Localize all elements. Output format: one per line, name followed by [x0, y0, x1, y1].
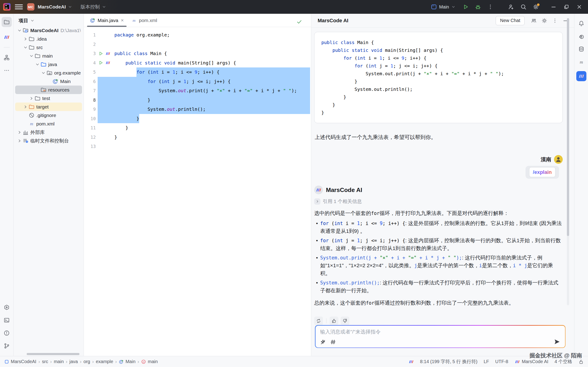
- settings-button[interactable]: [531, 2, 541, 12]
- tool-database-button[interactable]: [576, 44, 586, 54]
- main-menu-button[interactable]: [14, 2, 24, 12]
- tree-item-.gitignore[interactable]: .gitignore: [15, 111, 82, 119]
- tree-item-src[interactable]: src: [15, 43, 82, 52]
- marscode-icon[interactable]: [105, 51, 111, 56]
- token: 9: [195, 69, 197, 75]
- tree-item-MarsCodeAI[interactable]: MarsCodeAID:\Java1\Ma: [15, 26, 82, 35]
- folder-icon: [35, 95, 41, 101]
- code-line-13: 13: [84, 142, 311, 151]
- more-v-sm-button[interactable]: [550, 16, 560, 25]
- collaborate-button[interactable]: [506, 2, 516, 12]
- tree-chevron[interactable]: [17, 138, 23, 143]
- tool-project-button[interactable]: [2, 17, 12, 27]
- tree-item-org.example[interactable]: org.example: [15, 69, 82, 77]
- tree-item-main[interactable]: main: [15, 52, 82, 60]
- tree-chevron[interactable]: [35, 62, 40, 67]
- status-UTF-8[interactable]: UTF-8: [495, 359, 508, 364]
- breadcrumb-item-src[interactable]: src: [42, 359, 48, 364]
- status-bar: MarsCodeAI›src›main›java›org›example›Mai…: [0, 356, 588, 367]
- tree-item-Main[interactable]: Main: [15, 77, 82, 85]
- debug-button[interactable]: [473, 2, 483, 12]
- minimize-button[interactable]: [547, 2, 560, 12]
- more-v-button[interactable]: [485, 2, 496, 12]
- tree-item-[interactable]: 外部库: [15, 128, 82, 136]
- marscode-icon[interactable]: [105, 60, 111, 65]
- inspections-check-icon[interactable]: [296, 19, 302, 25]
- status-4-[interactable]: 4 个空格: [554, 359, 572, 365]
- breadcrumb-item-main[interactable]: mmain: [141, 359, 157, 364]
- maximize-button[interactable]: [560, 2, 573, 12]
- breadcrumb-item-org[interactable]: org: [84, 359, 90, 364]
- run-config-selector[interactable]: Main: [431, 4, 456, 10]
- thumbs-down-button[interactable]: [341, 317, 349, 325]
- tree-chevron[interactable]: [23, 104, 28, 109]
- tool-git-branch-button[interactable]: [2, 341, 12, 351]
- slash-commands-icon[interactable]: [320, 339, 326, 345]
- new-chat-button[interactable]: New Chat: [496, 16, 525, 25]
- breadcrumb-item-example[interactable]: example: [96, 359, 113, 364]
- tool-problems-button[interactable]: [2, 328, 12, 338]
- breadcrumb-item-Main[interactable]: Main: [119, 359, 135, 364]
- tree-chevron[interactable]: [17, 28, 23, 33]
- participants-button[interactable]: [529, 16, 538, 25]
- vcs-widget[interactable]: 版本控制: [81, 4, 106, 10]
- tree-chevron[interactable]: [23, 36, 28, 42]
- tool-ai-spiral-button[interactable]: [576, 31, 586, 41]
- run-button[interactable]: [460, 2, 471, 12]
- code-editor[interactable]: 1package org.example;23public class Main…: [84, 27, 311, 356]
- tree-item-java[interactable]: java: [15, 60, 82, 69]
- project-panel-header[interactable]: 项目: [14, 14, 84, 26]
- tab-close-icon[interactable]: ×: [121, 17, 124, 23]
- status-LF[interactable]: LF: [484, 359, 489, 364]
- tree-chevron[interactable]: [28, 96, 35, 101]
- status-marscode[interactable]: [408, 359, 414, 365]
- status-unlock[interactable]: [578, 359, 584, 365]
- chat-panel-title: MarsCode AI: [318, 18, 348, 24]
- tree-item-label: src: [36, 45, 43, 50]
- tree-item-target[interactable]: target: [15, 102, 82, 111]
- tree-item-resources[interactable]: resources: [15, 85, 82, 94]
- horizontal-scrollbar[interactable]: [27, 353, 79, 355]
- run-icon[interactable]: [98, 60, 103, 65]
- thumbs-up-button[interactable]: [330, 317, 338, 325]
- tool-terminal-button[interactable]: [2, 315, 12, 325]
- breadcrumb-item-java[interactable]: java: [69, 359, 78, 364]
- tree-item-pom.xml[interactable]: mpom.xml: [15, 119, 82, 128]
- tree-chevron[interactable]: [23, 45, 28, 50]
- close-button[interactable]: [573, 2, 586, 12]
- project-switcher[interactable]: MarsCodeAI: [38, 4, 72, 10]
- run-icon[interactable]: [98, 51, 103, 56]
- tool-bell-button[interactable]: [576, 18, 586, 28]
- breadcrumb-item-MarsCodeAI[interactable]: MarsCodeAI: [4, 359, 36, 364]
- search-button[interactable]: [518, 2, 529, 12]
- breadcrumb-item-main[interactable]: main: [54, 359, 64, 364]
- tree-chevron[interactable]: [28, 53, 35, 58]
- tool-services-button[interactable]: [2, 302, 12, 312]
- tree-chevron[interactable]: [40, 70, 46, 75]
- citation-toggle[interactable]: 引用 1 个相关信息: [314, 198, 563, 205]
- project-badge: MC: [27, 3, 35, 10]
- chat-input[interactable]: [320, 328, 561, 338]
- chat-scrollbar-thumb[interactable]: [567, 18, 569, 236]
- tab-pom-xml[interactable]: mpom.xml: [128, 14, 161, 27]
- tool-maven-button[interactable]: m: [576, 57, 586, 67]
- tree-item-.idea[interactable]: .idea: [15, 35, 82, 43]
- settings-sm-button[interactable]: [540, 16, 549, 25]
- tool-more-h-button[interactable]: [2, 65, 12, 75]
- status-8-14-199-5-[interactable]: 8:14 (199 字符, 5 行 换行符): [420, 359, 477, 365]
- tool-marscode-button[interactable]: [2, 32, 12, 42]
- chat-code-line: }: [321, 77, 556, 85]
- tree-item-test[interactable]: test: [15, 94, 82, 102]
- regenerate-button[interactable]: [314, 317, 323, 325]
- git-branch-icon: [3, 343, 10, 349]
- tab-Main-java[interactable]: Main.java×: [86, 14, 128, 27]
- tool-marscode-button[interactable]: [576, 71, 586, 81]
- editor-tabs: Main.java×mpom.xml: [84, 14, 311, 27]
- context-hash-icon[interactable]: [330, 339, 336, 345]
- tool-structure-button[interactable]: [2, 52, 12, 63]
- tree-chevron[interactable]: [17, 130, 23, 135]
- tree-item-[interactable]: 临时文件和控制台: [15, 136, 82, 145]
- status-MarsCode-AI[interactable]: MarsCode AI: [515, 359, 548, 365]
- gutter: 9: [84, 105, 114, 114]
- send-icon[interactable]: [553, 338, 561, 345]
